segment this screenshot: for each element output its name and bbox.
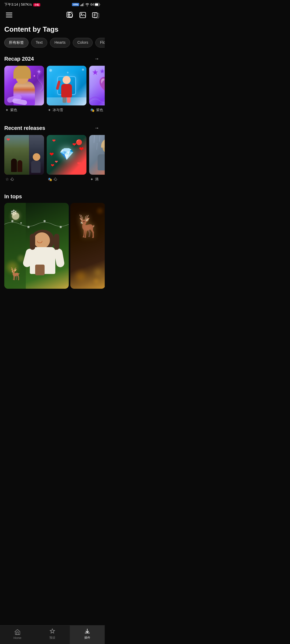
recap-arrow[interactable]: → — [93, 55, 100, 63]
gallery-button[interactable] — [91, 10, 100, 20]
image-button[interactable] — [78, 10, 88, 20]
tops-card-large[interactable]: ❄ 🦌 ★ — [4, 203, 69, 289]
meta-icon-2: ✦ — [48, 108, 51, 112]
battery-icon: 64 — [90, 3, 100, 6]
recent-card-meta-2: 🎭 心 — [47, 175, 86, 183]
recap-card-img-3: ★ ★ ★ 💜 — [89, 66, 105, 105]
recent-meta-icon-3: ✦ — [90, 177, 93, 181]
menu-button[interactable] — [4, 10, 14, 20]
tops-cards: ❄ 🦌 ★ — [0, 203, 105, 293]
status-icons: VPN 64 — [72, 3, 100, 6]
svg-text:★: ★ — [20, 221, 22, 224]
recent-card-img-2: 💎 🔴 ❤ ❤ ❤ ❤ ❤ ❤ ❤ — [47, 135, 86, 175]
page-title: Content by Tags — [0, 23, 105, 38]
svg-rect-16 — [80, 12, 86, 18]
svg-rect-1 — [81, 4, 82, 6]
vpn-badge: VPN — [72, 3, 79, 6]
meta-text-1: 紫色 — [10, 108, 17, 112]
recent-card-img-3 — [89, 135, 105, 175]
recent-card-meta-3: ✦ 滴 — [89, 175, 105, 183]
recap-title: Recap 2024 — [4, 56, 34, 62]
recap-card-meta-1: ✦ 紫色 — [4, 105, 44, 114]
recap-card-meta-2: ✦ 冰与雪 — [47, 105, 86, 114]
svg-rect-7 — [6, 15, 12, 16]
tag-all[interactable]: 所有标签 — [4, 38, 28, 47]
tag-colors[interactable]: Colors — [73, 38, 93, 47]
meta-text-3: 紫色 — [96, 108, 103, 112]
svg-point-37 — [27, 226, 30, 228]
tops-card-small[interactable]: 🦌 — [70, 203, 105, 289]
meta-icon-1: ✦ — [5, 108, 9, 112]
nav-actions — [65, 10, 100, 20]
signal-icon — [80, 3, 84, 6]
svg-rect-8 — [6, 17, 12, 17]
recent-meta-text-3: 滴 — [95, 177, 99, 182]
meta-icon-3: 🎭 — [90, 108, 95, 112]
svg-point-39 — [60, 226, 62, 228]
wifi-icon — [85, 3, 89, 6]
tag-text[interactable]: Text — [31, 38, 47, 47]
status-bar: 下午3:14 | 587K/s 小红 VPN 64 — [0, 0, 105, 8]
recap-card-1[interactable]: ✦ ✦ ✦ ✦ 紫色 — [4, 66, 44, 114]
recap-card-3[interactable]: ★ ★ ★ 💜 — [89, 66, 105, 114]
recent-card-2[interactable]: 💎 🔴 ❤ ❤ ❤ ❤ ❤ ❤ ❤ 🎭 心 — [47, 135, 86, 183]
tag-flowers[interactable]: Flowers — [95, 38, 105, 47]
svg-rect-5 — [95, 3, 98, 6]
recent-meta-icon-2: 🎭 — [48, 177, 52, 181]
recent-section: Recent releases → — [0, 122, 105, 185]
svg-point-38 — [44, 220, 46, 222]
recent-meta-text-1: 心 — [10, 177, 14, 182]
svg-rect-2 — [82, 3, 83, 6]
svg-rect-0 — [81, 5, 81, 6]
recap-card-img-1: ✦ ✦ ✦ — [4, 66, 44, 105]
recent-meta-text-2: 心 — [54, 177, 57, 182]
recap-card-2[interactable]: ❄ ❄ ❄ ✦ 冰与雪 — [47, 66, 86, 114]
tags-row: 所有标签 Text Hearts Colors Flowers Decor — [0, 38, 105, 53]
status-time-speed: 下午3:14 | 587K/s 小红 — [4, 2, 40, 7]
recent-cards: ❤ ☆ 心 💎 🔴 ❤ ❤ ❤ ❤ ❤ ❤ ❤ 🎭 — [0, 135, 105, 185]
recent-title: Recent releases — [4, 125, 45, 131]
recent-card-meta-1: ☆ 心 — [4, 175, 44, 183]
top-nav — [0, 8, 105, 23]
svg-line-33 — [97, 143, 97, 150]
page-bottom-spacer — [0, 299, 105, 321]
svg-rect-6 — [6, 13, 12, 13]
meta-text-2: 冰与雪 — [53, 108, 63, 112]
recent-arrow[interactable]: → — [93, 124, 100, 132]
tops-section: In tops ❄ 🦌 ★ — [0, 191, 105, 293]
recent-card-img-1: ❤ — [4, 135, 44, 175]
new-canvas-button[interactable] — [65, 10, 75, 20]
recap-card-meta-3: 🎭 紫色 — [89, 105, 105, 114]
recap-section: Recap 2024 → ✦ ✦ ✦ — [0, 53, 105, 116]
recent-header: Recent releases → — [0, 122, 105, 135]
recap-header: Recap 2024 → — [0, 53, 105, 66]
recent-meta-icon-1: ☆ — [5, 177, 9, 182]
svg-point-17 — [81, 13, 82, 15]
app-badge: 小红 — [33, 3, 40, 6]
recap-cards: ✦ ✦ ✦ ✦ 紫色 — [0, 66, 105, 116]
svg-point-36 — [11, 220, 13, 222]
tops-title: In tops — [4, 193, 22, 200]
svg-line-27 — [94, 135, 95, 143]
tops-header: In tops — [0, 191, 105, 203]
recent-card-1[interactable]: ❤ ☆ 心 — [4, 135, 44, 183]
recent-card-3[interactable]: ✦ 滴 — [89, 135, 105, 183]
tag-hearts[interactable]: Hearts — [50, 38, 70, 47]
recap-card-img-2: ❄ ❄ ❄ — [47, 66, 86, 105]
svg-rect-3 — [83, 3, 84, 6]
